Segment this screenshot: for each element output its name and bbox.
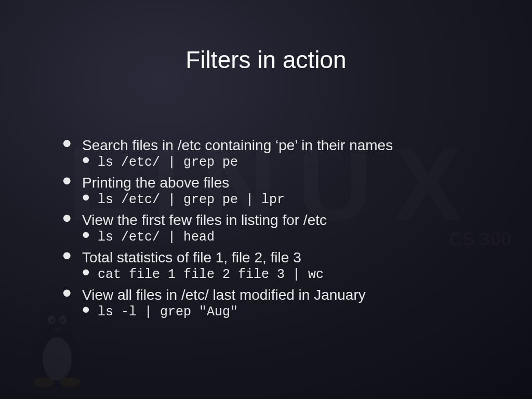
sub-bullet-item: • ls -l | grep "Aug"	[62, 304, 501, 320]
slide-title: Filters in action	[31, 46, 501, 74]
bullet-dot-icon: •	[82, 155, 90, 165]
bullet-item: • View all files in /etc/ last modified …	[62, 286, 501, 304]
code-snippet: ls -l | grep "Aug"	[98, 304, 238, 320]
bullet-text: Total statistics of file 1, file 2, file…	[82, 248, 301, 267]
sub-bullet-item: • ls /etc/ | head	[62, 230, 501, 245]
sub-bullet-item: • cat file 1 file 2 file 3 | wc	[62, 267, 501, 283]
bullet-text: Printing the above files	[82, 174, 229, 192]
bullet-dot-icon: •	[62, 248, 73, 263]
sub-bullet-item: • ls /etc/ | grep pe | lpr	[62, 192, 501, 208]
bullet-text: Search files in /etc containing ‘pe’ in …	[82, 136, 393, 155]
slide-content: • Search files in /etc containing ‘pe’ i…	[31, 136, 501, 320]
bullet-dot-icon: •	[82, 304, 90, 315]
code-snippet: ls /etc/ | grep pe | lpr	[98, 192, 285, 208]
bullet-item: • Search files in /etc containing ‘pe’ i…	[62, 136, 501, 155]
bullet-dot-icon: •	[82, 230, 90, 240]
bullet-dot-icon: •	[62, 211, 73, 225]
bullet-text: View all files in /etc/ last modified in…	[82, 286, 366, 304]
bullet-dot-icon: •	[82, 267, 90, 277]
bullet-item: • Total statistics of file 1, file 2, fi…	[62, 248, 501, 267]
code-snippet: cat file 1 file 2 file 3 | wc	[98, 267, 324, 283]
bullet-dot-icon: •	[62, 286, 73, 300]
bullet-dot-icon: •	[62, 136, 73, 151]
bullet-item: • View the first few files in listing fo…	[62, 211, 501, 230]
bullet-dot-icon: •	[82, 192, 90, 203]
bullet-text: View the first few files in listing for …	[82, 211, 327, 230]
bullet-item: • Printing the above files	[62, 174, 501, 192]
bullet-dot-icon: •	[62, 174, 73, 188]
code-snippet: ls /etc/ | head	[98, 230, 215, 245]
slide-container: Filters in action • Search files in /etc…	[0, 0, 532, 399]
code-snippet: ls /etc/ | grep pe	[98, 155, 238, 170]
sub-bullet-item: • ls /etc/ | grep pe	[62, 155, 501, 170]
